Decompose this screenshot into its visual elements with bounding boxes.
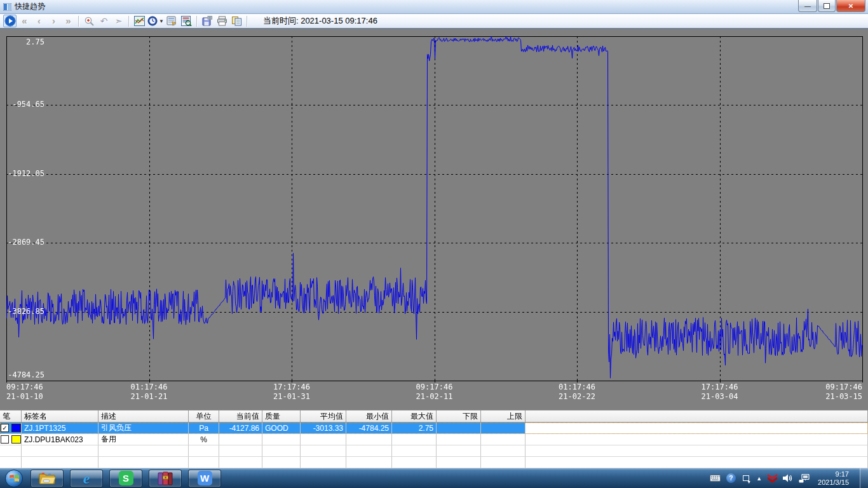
table-header-cell[interactable]: 单位 <box>189 410 219 422</box>
trend-view-button[interactable] <box>133 15 146 27</box>
show-desktop-button[interactable] <box>860 468 868 488</box>
taskbar-button-winrar[interactable] <box>149 470 182 487</box>
table-cell: ZJ.DPU1BAK023 <box>22 434 98 445</box>
table-row[interactable] <box>0 445 868 457</box>
table-cell <box>98 445 189 457</box>
run-button[interactable] <box>3 15 17 27</box>
table-header-cell[interactable]: 质量 <box>262 410 301 422</box>
zoom-in-icon <box>84 16 95 27</box>
pen-checkbox[interactable]: ✓ <box>1 424 9 432</box>
table-cell <box>189 457 219 468</box>
antivirus-icon[interactable] <box>768 474 777 483</box>
table-header-cell[interactable]: 标签名 <box>22 410 98 422</box>
table-cell <box>526 445 868 457</box>
network-icon[interactable] <box>799 474 810 483</box>
wps-icon: W <box>198 471 212 485</box>
table-header-cell[interactable] <box>526 410 868 422</box>
trend-plot[interactable] <box>0 29 868 410</box>
tag-table: 笔标签名描述单位当前值质量平均值最小值最大值下限上限 ✓ZJ.1PT1325引风… <box>0 410 868 468</box>
taskbar-button-sogou[interactable]: S <box>109 470 142 487</box>
fast-forward-button[interactable]: » <box>62 15 75 27</box>
taskbar-button-explorer[interactable] <box>31 470 64 487</box>
table-header-cell[interactable]: 描述 <box>98 410 189 422</box>
table-header-cell[interactable]: 笔 <box>0 410 22 422</box>
zoom-in-button[interactable] <box>83 15 96 27</box>
table-cell <box>301 434 346 445</box>
step-backward-icon: ‹ <box>37 15 41 27</box>
undo-button[interactable]: ↶ <box>97 15 111 27</box>
table-row[interactable] <box>0 457 868 468</box>
time-range-button[interactable]: ▼ <box>147 15 164 27</box>
print-button[interactable] <box>215 15 229 27</box>
table-header-cell[interactable]: 上限 <box>481 410 526 422</box>
table-row[interactable]: ✓ZJ.1PT1325引风负压Pa-4127.86GOOD-3013.33-47… <box>0 423 868 434</box>
pan-button[interactable]: ➣ <box>112 15 125 27</box>
y-axis-tick-label: 2.75 <box>5 37 44 46</box>
undo-icon: ↶ <box>100 16 108 26</box>
table-header-cell[interactable]: 最小值 <box>346 410 392 422</box>
minimize-button[interactable]: — <box>798 0 817 12</box>
y-axis-tick-label: -2869.45 <box>5 238 44 247</box>
taskbar-clock[interactable]: 9:17 2021/3/15 <box>818 470 849 487</box>
search-data-button[interactable] <box>180 15 193 27</box>
y-axis-tick-label: -1912.05 <box>5 169 44 178</box>
table-cell <box>219 445 262 457</box>
start-button[interactable] <box>5 470 23 487</box>
system-tray: ? ▼ ▲ 9:17 2021/3 <box>710 468 868 488</box>
trend-chart-panel: 2.75-954.65-1912.05-2869.45-3826.85-4784… <box>0 29 868 410</box>
table-cell <box>392 445 437 457</box>
step-forward-icon: › <box>52 15 55 27</box>
taskbar-button-wps[interactable]: W <box>188 470 221 487</box>
clock-time: 9:17 <box>818 470 849 478</box>
properties-button[interactable] <box>165 15 179 27</box>
x-axis-tick-label: 09:17:4621-03-15 <box>825 383 862 402</box>
table-header-row: 笔标签名描述单位当前值质量平均值最小值最大值下限上限 <box>0 410 868 423</box>
copy-button[interactable] <box>230 15 243 27</box>
printer-icon <box>217 16 227 26</box>
toolbar-separator <box>78 16 79 27</box>
toolbar-separator <box>247 16 248 27</box>
table-cell <box>346 445 392 457</box>
step-backward-button[interactable]: ‹ <box>32 15 46 27</box>
show-hidden-icons-button[interactable]: ▲ <box>756 475 762 482</box>
close-button[interactable]: ✕ <box>836 0 865 12</box>
x-axis-tick-label: 01:17:4621-02-22 <box>539 383 615 402</box>
table-cell <box>219 457 262 468</box>
table-cell <box>481 457 526 468</box>
table-cell <box>189 445 219 457</box>
sogou-icon: S <box>119 471 133 485</box>
properties-icon <box>166 16 177 26</box>
toolbar: « ‹ › » ↶ ➣ <box>0 14 868 29</box>
y-axis-tick-label: -3826.85 <box>5 307 44 316</box>
export-button[interactable] <box>201 15 214 27</box>
restore-button[interactable] <box>818 0 836 12</box>
taskbar-button-internet-explorer[interactable]: e <box>70 470 103 487</box>
table-cell: GOOD <box>262 423 301 434</box>
ime-help-icon[interactable]: ? <box>726 473 736 483</box>
table-header-cell[interactable]: 当前值 <box>219 410 262 422</box>
table-row[interactable]: ZJ.DPU1BAK023备用% <box>0 434 868 445</box>
table-cell <box>346 457 392 468</box>
app-icon <box>3 3 11 11</box>
table-cell <box>22 445 98 457</box>
keyboard-icon[interactable] <box>710 475 721 482</box>
search-data-icon <box>181 16 192 26</box>
table-header-cell[interactable]: 最大值 <box>392 410 437 422</box>
table-cell <box>437 457 481 468</box>
current-time-label: 当前时间: 2021-03-15 09:17:46 <box>263 15 377 27</box>
step-forward-button[interactable]: › <box>47 15 60 27</box>
table-cell <box>526 434 868 445</box>
run-icon <box>4 15 16 27</box>
y-axis-tick-label: -4784.25 <box>5 370 44 379</box>
fast-forward-icon: » <box>65 15 71 27</box>
table-header-cell[interactable]: 平均值 <box>301 410 346 422</box>
language-bar-icon[interactable]: ▼ <box>742 473 750 483</box>
time-range-caret-icon: ▼ <box>159 18 164 24</box>
pen-checkbox[interactable] <box>1 435 9 444</box>
table-cell: -4127.86 <box>219 423 262 434</box>
caption-buttons: — ✕ <box>797 0 865 12</box>
table-cell <box>301 457 346 468</box>
table-header-cell[interactable]: 下限 <box>437 410 481 422</box>
fast-backward-button[interactable]: « <box>18 15 31 27</box>
volume-icon[interactable] <box>783 474 793 482</box>
